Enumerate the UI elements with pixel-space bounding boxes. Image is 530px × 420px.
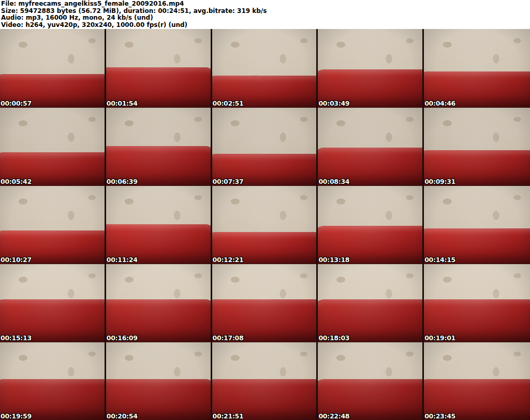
metadata-line-video: Video: h264, yuv420p, 320x240, 1000.00 f… (1, 22, 530, 29)
timestamp-overlay: 00:20:54 (107, 412, 138, 420)
video-thumbnail: 00:21:51 (212, 342, 318, 420)
video-thumbnail: 00:22:48 (318, 342, 424, 420)
metadata-line-size: Size: 59472883 bytes (56.72 MiB), durati… (1, 8, 530, 15)
video-thumbnail: 00:12:21 (212, 185, 318, 264)
metadata-line-file: File: myfreecams_angelkiss5_female_20092… (1, 1, 530, 8)
video-thumbnail: 00:15:13 (0, 264, 106, 342)
video-thumbnail: 00:02:51 (212, 29, 318, 107)
timestamp-overlay: 00:05:42 (1, 178, 32, 185)
video-thumbnail: 00:19:59 (0, 342, 106, 420)
video-thumbnail: 00:17:08 (212, 264, 318, 342)
video-thumbnail: 00:18:03 (318, 264, 424, 342)
timestamp-overlay: 00:13:18 (318, 256, 349, 264)
video-thumbnail: 00:09:31 (424, 107, 530, 185)
video-thumbnail: 00:14:15 (424, 185, 530, 264)
timestamp-overlay: 00:19:59 (1, 412, 32, 420)
timestamp-overlay: 00:02:51 (213, 99, 244, 107)
video-thumbnail: 00:05:42 (0, 107, 106, 185)
timestamp-overlay: 00:11:24 (107, 256, 138, 264)
timestamp-overlay: 00:08:34 (318, 178, 349, 185)
video-thumbnail: 00:01:54 (106, 29, 212, 107)
video-thumbnail: 00:11:24 (106, 185, 212, 264)
timestamp-overlay: 00:17:08 (213, 334, 244, 342)
timestamp-overlay: 00:00:57 (1, 99, 32, 107)
timestamp-overlay: 00:01:54 (107, 99, 138, 107)
video-thumbnail: 00:08:34 (318, 107, 424, 185)
timestamp-overlay: 00:07:37 (213, 178, 244, 185)
timestamp-overlay: 00:14:15 (424, 256, 455, 264)
video-thumbnail: 00:19:01 (424, 264, 530, 342)
video-thumbnail: 00:16:09 (106, 264, 212, 342)
thumbnail-grid: 00:00:57 00:01:54 00:02:51 00:03:49 00:0… (0, 29, 530, 420)
file-metadata-header: File: myfreecams_angelkiss5_female_20092… (0, 0, 530, 29)
video-thumbnail: 00:23:45 (424, 342, 530, 420)
video-thumbnail: 00:10:27 (0, 185, 106, 264)
timestamp-overlay: 00:09:31 (424, 178, 455, 185)
timestamp-overlay: 00:15:13 (1, 334, 32, 342)
video-thumbnail: 00:03:49 (318, 29, 424, 107)
timestamp-overlay: 00:16:09 (107, 334, 138, 342)
video-thumbnail: 00:07:37 (212, 107, 318, 185)
timestamp-overlay: 00:19:01 (424, 334, 455, 342)
timestamp-overlay: 00:21:51 (213, 412, 244, 420)
video-thumbnail: 00:20:54 (106, 342, 212, 420)
timestamp-overlay: 00:06:39 (107, 178, 138, 185)
timestamp-overlay: 00:10:27 (1, 256, 32, 264)
video-thumbnail: 00:00:57 (0, 29, 106, 107)
video-thumbnail: 00:13:18 (318, 185, 424, 264)
timestamp-overlay: 00:18:03 (318, 334, 349, 342)
timestamp-overlay: 00:23:45 (424, 412, 455, 420)
timestamp-overlay: 00:12:21 (213, 256, 244, 264)
timestamp-overlay: 00:04:46 (424, 99, 455, 107)
timestamp-overlay: 00:22:48 (318, 412, 349, 420)
metadata-line-audio: Audio: mp3, 16000 Hz, mono, 24 kb/s (und… (1, 15, 530, 22)
timestamp-overlay: 00:03:49 (318, 99, 349, 107)
video-thumbnail: 00:06:39 (106, 107, 212, 185)
video-thumbnail: 00:04:46 (424, 29, 530, 107)
